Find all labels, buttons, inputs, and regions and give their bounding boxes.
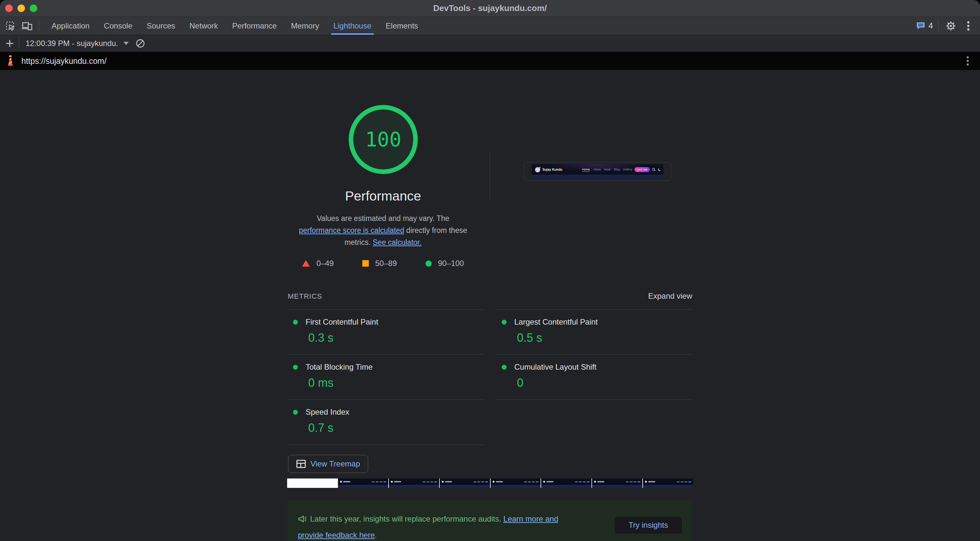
new-report-plus-icon[interactable] (3, 36, 17, 51)
view-treemap-label: View Treemap (310, 459, 360, 468)
insights-banner-text: Later this year, insights will replace p… (298, 511, 584, 541)
metric-value: 0.3 s (308, 331, 484, 345)
divider (19, 38, 19, 49)
issues-count: 4 (929, 21, 933, 30)
issues-button[interactable]: 4 (915, 21, 933, 31)
legend-average: 50–89 (362, 259, 397, 268)
clear-reports-icon[interactable] (133, 36, 148, 51)
metric-speed-index: Speed Index 0.7 s (287, 400, 484, 444)
moon-icon (658, 168, 662, 171)
metric-name: Total Blocking Time (305, 362, 373, 371)
tab-application[interactable]: Application (45, 17, 97, 35)
tab-sources[interactable]: Sources (139, 17, 182, 35)
try-insights-button[interactable]: Try insights (614, 516, 682, 534)
metric-pass-dot (293, 410, 298, 415)
filmstrip-frame (337, 479, 388, 488)
legend-pass: 90–100 (425, 259, 464, 268)
insights-banner: Later this year, insights will replace p… (287, 500, 693, 541)
expand-view-button[interactable]: Expand view (648, 292, 692, 301)
settings-gear-icon[interactable] (944, 19, 958, 33)
panel-tabs: Application Console Sources Network Perf… (45, 17, 425, 35)
metric-value: 0 (517, 376, 693, 390)
legend-range: 50–89 (375, 259, 397, 268)
treemap-icon (296, 460, 306, 468)
report-selector-dropdown[interactable]: 12:00:39 PM - sujaykundu. (21, 39, 133, 48)
disclaimer-text: Values are estimated and may vary. The (317, 214, 449, 222)
metric-name: Cumulative Layout Shift (514, 362, 596, 371)
final-screenshot-thumbnail[interactable]: Sujay Kundu Home About Work Blog Gallery… (524, 162, 671, 181)
filmstrip-frame-blank (287, 479, 337, 488)
filmstrip-frame (388, 479, 439, 488)
metric-pass-dot (293, 365, 298, 370)
chevron-down-icon (124, 42, 129, 45)
score-disclaimer: Values are estimated and may vary. The p… (296, 213, 471, 249)
tab-console[interactable]: Console (97, 17, 139, 35)
banner-message: Later this year, insights will replace p… (310, 514, 503, 523)
titlebar: DevTools - sujaykundu.com/ (0, 0, 980, 17)
filmstrip-frame (541, 479, 592, 488)
banner-message: . (375, 531, 377, 539)
more-options-kebab-icon[interactable] (961, 19, 975, 33)
divider (39, 21, 39, 31)
avatar (535, 167, 540, 172)
metric-pass-dot (293, 320, 298, 325)
metric-pass-dot (502, 365, 506, 370)
filmstrip-frame (642, 479, 693, 488)
tab-network[interactable]: Network (183, 17, 225, 35)
metric-cumulative-layout-shift: Cumulative Layout Shift 0 (496, 354, 693, 400)
metric-first-contentful-paint: First Contentful Paint 0.3 s (287, 309, 484, 354)
site-logo-text: Sujay Kundu (542, 168, 562, 171)
site-nav-links: Home About Work Blog Gallery (582, 168, 632, 172)
devtools-window: DevTools - sujaykundu.com/ Application (0, 0, 980, 541)
megaphone-icon (298, 513, 307, 528)
filmstrip-frame (490, 479, 541, 488)
audited-url: https://sujaykundu.com/ (21, 56, 107, 66)
search-icon (652, 168, 655, 171)
tab-lighthouse[interactable]: Lighthouse (326, 17, 379, 35)
metric-value: 0 ms (308, 376, 484, 390)
view-treemap-button[interactable]: View Treemap (288, 455, 368, 473)
filmstrip-frame (439, 479, 490, 488)
fail-triangle-icon (302, 260, 310, 267)
report-url-bar: https://sujaykundu.com/ (0, 52, 980, 70)
see-calculator-link[interactable]: See calculator. (373, 238, 422, 246)
try-insights-label: Try insights (629, 520, 668, 530)
divider (938, 21, 939, 31)
site-preview: Sujay Kundu Home About Work Blog Gallery… (532, 164, 663, 179)
score-calc-link[interactable]: performance score is calculated (299, 226, 404, 235)
divider (490, 151, 490, 199)
tab-elements[interactable]: Elements (379, 17, 425, 35)
metric-largest-contentful-paint: Largest Contentful Paint 0.5 s (496, 309, 693, 354)
performance-score-value: 100 (365, 128, 401, 151)
metric-total-blocking-time: Total Blocking Time 0 ms (287, 354, 484, 400)
legend-range: 90–100 (438, 259, 464, 268)
filmstrip[interactable] (287, 479, 693, 488)
lighthouse-toolbar: 12:00:39 PM - sujaykundu. (0, 35, 980, 52)
metric-value: 0.7 s (308, 421, 484, 435)
metric-name: First Contentful Paint (305, 317, 378, 327)
report-kebab-menu-icon[interactable] (961, 54, 975, 68)
legend-range: 0–49 (316, 259, 334, 268)
metric-name: Largest Contentful Paint (514, 317, 598, 327)
metrics-section-title: METRICS (288, 292, 322, 301)
tab-memory[interactable]: Memory (284, 17, 326, 35)
tab-performance[interactable]: Performance (225, 17, 284, 35)
average-square-icon (362, 260, 369, 267)
device-toolbar-icon[interactable] (20, 19, 34, 33)
issues-icon (915, 21, 926, 31)
site-cta-button: Let's Talk (635, 167, 650, 172)
site-hero-strip (532, 175, 663, 179)
report-selector-label: 12:00:39 PM - sujaykundu. (25, 39, 118, 48)
metric-pass-dot (502, 320, 506, 325)
devtools-tabbar: Application Console Sources Network Perf… (0, 17, 980, 35)
score-legend: 0–49 50–89 90–100 (287, 259, 479, 268)
performance-score-gauge[interactable]: 100 (349, 105, 418, 174)
window-title: DevTools - sujaykundu.com/ (0, 3, 980, 13)
lighthouse-report: 100 Performance Values are estimated and… (0, 70, 980, 541)
metric-value: 0.5 s (517, 331, 693, 345)
category-title: Performance (287, 189, 479, 204)
inspect-element-icon[interactable] (3, 19, 18, 33)
pass-circle-icon (425, 260, 432, 267)
metric-name: Speed Index (305, 408, 349, 417)
filmstrip-frame (592, 479, 642, 488)
